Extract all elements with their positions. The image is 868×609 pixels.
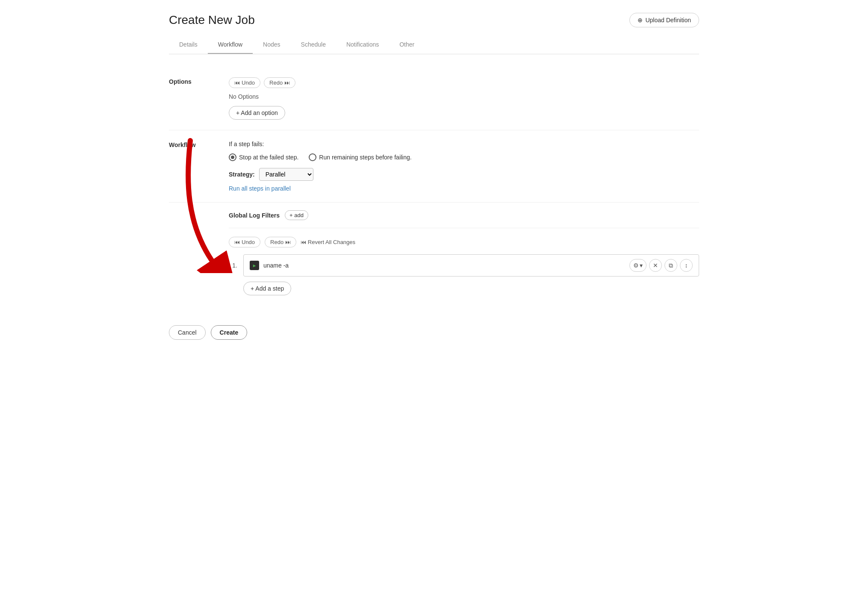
- tab-nodes[interactable]: Nodes: [253, 36, 290, 54]
- tab-schedule[interactable]: Schedule: [291, 36, 336, 54]
- radio-run-option[interactable]: Run remaining steps before failing.: [309, 153, 411, 161]
- step-gear-button[interactable]: ⚙ ▾: [629, 259, 647, 272]
- main-content: Options ⏮ Undo Redo ⏭ No Options + Add a…: [169, 54, 699, 317]
- radio-stop-circle: [229, 153, 236, 161]
- steps-toolbar: ⏮ Undo Redo ⏭ ⏮ Revert All Changes: [229, 237, 699, 247]
- gear-dropdown-arrow: ▾: [640, 262, 643, 269]
- gear-icon: ⚙: [633, 262, 639, 269]
- copy-icon: ⧉: [669, 262, 673, 269]
- options-redo-button[interactable]: Redo ⏭: [264, 77, 295, 88]
- step-item: ▶ uname -a ⚙ ▾ ✕ ⧉: [243, 254, 699, 277]
- steps-redo-label: Redo: [270, 239, 283, 245]
- create-button[interactable]: Create: [211, 325, 248, 340]
- redo-icon-right: ⏭: [284, 79, 290, 86]
- options-redo-label: Redo: [269, 79, 283, 86]
- tab-details[interactable]: Details: [169, 36, 208, 54]
- options-undo-redo-row: ⏮ Undo Redo ⏭: [229, 77, 699, 88]
- steps-undo-label: Undo: [242, 239, 255, 245]
- add-filter-label: + add: [289, 212, 304, 218]
- strategy-label: Strategy:: [229, 171, 255, 178]
- page-title: Create New Job: [169, 13, 255, 27]
- step-left: ▶ uname -a: [250, 261, 289, 270]
- add-step-container: + Add a step: [229, 282, 699, 295]
- steps-redo-button[interactable]: Redo ⏭: [265, 237, 296, 247]
- step-fails-label: If a step fails:: [229, 141, 699, 147]
- terminal-icon: ▶: [250, 261, 259, 270]
- tabs-nav: Details Workflow Nodes Schedule Notifica…: [169, 36, 699, 54]
- add-step-button[interactable]: + Add a step: [243, 282, 291, 295]
- run-parallel-link[interactable]: Run all steps in parallel: [229, 185, 291, 192]
- step-number: 1.: [229, 262, 237, 269]
- global-log-label: Global Log Filters: [229, 212, 280, 219]
- radio-stop-option[interactable]: Stop at the failed step.: [229, 153, 298, 161]
- page-header: Create New Job ⊕ Upload Definition: [169, 13, 699, 27]
- upload-definition-label: Upload Definition: [645, 17, 691, 24]
- options-label: Options: [169, 77, 212, 120]
- step-actions: ⚙ ▾ ✕ ⧉ ↕: [629, 259, 693, 272]
- step-reorder-button[interactable]: ↕: [680, 259, 693, 272]
- cancel-label: Cancel: [178, 329, 197, 336]
- tab-notifications[interactable]: Notifications: [336, 36, 389, 54]
- tab-workflow[interactable]: Workflow: [208, 36, 253, 54]
- radio-stop-label: Stop at the failed step.: [239, 154, 298, 161]
- create-label: Create: [220, 329, 239, 336]
- step-copy-button[interactable]: ⧉: [664, 259, 677, 272]
- workflow-steps-section: ⏮ Undo Redo ⏭ ⏮ Revert All Changes 1. ▶ …: [169, 228, 699, 304]
- workflow-label: Workflow: [169, 141, 212, 192]
- strategy-select[interactable]: Parallel Sequential: [259, 168, 313, 181]
- cancel-button[interactable]: Cancel: [169, 325, 206, 340]
- no-options-text: No Options: [229, 93, 699, 100]
- step-command: uname -a: [263, 262, 289, 269]
- upload-definition-button[interactable]: ⊕ Upload Definition: [629, 13, 699, 27]
- footer: Cancel Create: [169, 317, 699, 344]
- table-row: 1. ▶ uname -a ⚙ ▾ ✕: [229, 254, 699, 277]
- workflow-section: Workflow If a step fails: Stop at the fa…: [169, 130, 699, 203]
- add-step-label: + Add a step: [251, 285, 284, 292]
- upload-icon: ⊕: [638, 17, 643, 24]
- steps-undo-icon: ⏮: [234, 239, 240, 245]
- undo-icon-left: ⏮: [234, 79, 240, 86]
- radio-row: Stop at the failed step. Run remaining s…: [229, 153, 699, 161]
- radio-run-circle: [309, 153, 316, 161]
- workflow-content: If a step fails: Stop at the failed step…: [229, 141, 699, 192]
- strategy-row: Strategy: Parallel Sequential: [229, 168, 699, 181]
- radio-run-label: Run remaining steps before failing.: [319, 154, 411, 161]
- steps-undo-button[interactable]: ⏮ Undo: [229, 237, 260, 247]
- close-icon: ✕: [653, 262, 658, 269]
- reorder-icon: ↕: [685, 262, 688, 269]
- options-undo-label: Undo: [242, 79, 255, 86]
- steps-redo-icon: ⏭: [285, 239, 291, 245]
- add-log-filter-button[interactable]: + add: [285, 210, 308, 220]
- add-option-label: + Add an option: [236, 109, 278, 116]
- options-section: Options ⏮ Undo Redo ⏭ No Options + Add a…: [169, 67, 699, 130]
- options-content: ⏮ Undo Redo ⏭ No Options + Add an option: [229, 77, 699, 120]
- global-log-section: Global Log Filters + add: [229, 203, 699, 228]
- tab-other[interactable]: Other: [389, 36, 425, 54]
- step-delete-button[interactable]: ✕: [649, 259, 662, 272]
- revert-all-changes-link[interactable]: ⏮ Revert All Changes: [301, 239, 355, 245]
- add-option-button[interactable]: + Add an option: [229, 106, 285, 120]
- options-undo-button[interactable]: ⏮ Undo: [229, 77, 260, 88]
